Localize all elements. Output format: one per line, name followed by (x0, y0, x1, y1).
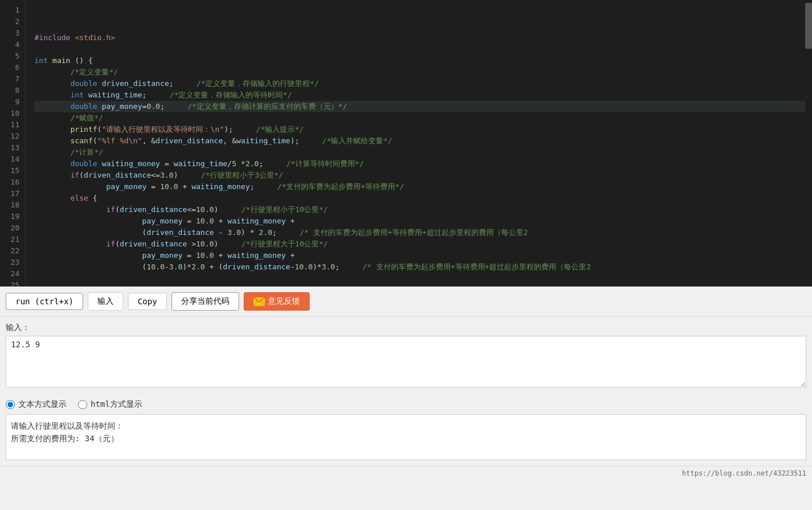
share-button[interactable]: 分享当前代码 (171, 292, 239, 311)
code-line: (10.0-3.0)*2.0 + (driven_distance-10.0)*… (34, 261, 805, 273)
code-line: #include <stdio.h> (34, 32, 805, 44)
radio-html-option[interactable]: html方式显示 (78, 399, 142, 410)
line-number: 3 (0, 28, 25, 39)
code-line: /*计算*/ (34, 147, 805, 158)
line-number: 14 (0, 154, 25, 165)
radio-text-option[interactable]: 文本方式显示 (6, 399, 67, 410)
input-label: 输入： (6, 323, 806, 333)
line-number: 22 (0, 245, 25, 257)
code-content: #include <stdio.h>int main () { /*定义变量*/… (26, 0, 805, 287)
code-line: else { (34, 193, 805, 204)
code-line: int waiting_time;/*定义变量，存储输入的等待时间*/ (34, 89, 805, 101)
copy-button[interactable]: Copy (128, 293, 167, 310)
code-line: int main () { (34, 55, 805, 66)
editor-scrollbar[interactable] (805, 0, 812, 287)
code-line: pay_money = 10.0 + waiting_money + (34, 250, 805, 261)
input-button[interactable]: 输入 (88, 292, 123, 311)
code-line: } (34, 284, 805, 287)
output-line1: 请输入行驶里程以及等待时间： (11, 419, 801, 432)
line-number: 10 (0, 108, 25, 119)
line-number: 18 (0, 199, 25, 211)
line-number: 24 (0, 268, 25, 280)
line-number: 25 (0, 280, 25, 287)
line-number: 19 (0, 211, 25, 222)
output-line2: 所需支付的费用为: 34（元） (11, 432, 801, 445)
radio-text-label: 文本方式显示 (18, 399, 67, 410)
code-line: pay_money = 10.0 + waiting_money + (34, 215, 805, 227)
line-number: 13 (0, 142, 25, 154)
code-editor: 1234567891011121314151617181920212223242… (0, 0, 812, 287)
radio-text-input[interactable] (6, 400, 15, 409)
code-line: (driven_distance - 3.0) * 2.0;/* 支付的车费为起… (34, 227, 805, 238)
line-number: 9 (0, 96, 25, 108)
scrollbar-thumb[interactable] (805, 3, 812, 49)
code-line: double pay_money=0.0;/*定义变量，存储计算的应支付的车费（… (34, 101, 805, 112)
toolbar: run (ctrl+x) 输入 Copy 分享当前代码 意见反馈 (0, 287, 812, 317)
run-button[interactable]: run (ctrl+x) (6, 293, 83, 310)
line-number: 11 (0, 119, 25, 131)
line-number: 12 (0, 131, 25, 142)
code-line: double driven_distance;/*定义变量，存储输入的行驶里程*… (34, 78, 805, 89)
line-number: 23 (0, 257, 25, 268)
line-number: 4 (0, 39, 25, 50)
code-line: printf("请输入行驶里程以及等待时间：\n");/*输入提示*/ (34, 124, 805, 135)
code-line: pay_money = 10.0 + waiting_money;/*支付的车费… (34, 181, 805, 193)
footer: https://blog.csdn.net/43223511 (0, 466, 812, 480)
code-line (34, 273, 805, 284)
code-scroll[interactable]: 1234567891011121314151617181920212223242… (0, 0, 805, 287)
line-number: 8 (0, 85, 25, 96)
output-section: 请输入行驶里程以及等待时间： 所需支付的费用为: 34（元） (0, 414, 812, 466)
line-number: 20 (0, 222, 25, 234)
line-number: 1 (0, 5, 25, 16)
envelope-icon (253, 297, 265, 306)
output-box: 请输入行驶里程以及等待时间： 所需支付的费用为: 34（元） (6, 414, 806, 460)
line-number: 15 (0, 165, 25, 176)
input-section: 输入： (0, 317, 812, 395)
footer-url: https://blog.csdn.net/43223511 (682, 469, 806, 477)
radio-section: 文本方式显示 html方式显示 (0, 395, 812, 414)
code-line: scanf("%lf %d\n", &driven_distance, &wai… (34, 135, 805, 147)
code-line (34, 44, 805, 55)
radio-html-label: html方式显示 (91, 399, 142, 410)
radio-html-input[interactable] (78, 400, 87, 409)
line-number: 5 (0, 50, 25, 62)
line-number: 7 (0, 73, 25, 85)
line-number: 16 (0, 176, 25, 188)
line-number: 21 (0, 234, 25, 245)
code-line: if(driven_distance<=10.0)/*行驶里程小于10公里*/ (34, 204, 805, 215)
feedback-button[interactable]: 意见反馈 (244, 292, 310, 311)
code-line: /*赋值*/ (34, 112, 805, 124)
code-line: if(driven_distance >10.0)/*行驶里程大于10公里*/ (34, 238, 805, 250)
code-line: /*定义变量*/ (34, 66, 805, 78)
code-line: if(driven_distance<=3.0)/*行驶里程小于3公里*/ (34, 170, 805, 181)
code-line: double waiting_money = waiting_time/5 *2… (34, 158, 805, 170)
line-number: 17 (0, 188, 25, 199)
input-textarea[interactable] (6, 336, 806, 387)
line-numbers: 1234567891011121314151617181920212223242… (0, 0, 26, 287)
line-number: 6 (0, 62, 25, 73)
line-number: 2 (0, 16, 25, 28)
feedback-label: 意见反馈 (268, 296, 300, 307)
